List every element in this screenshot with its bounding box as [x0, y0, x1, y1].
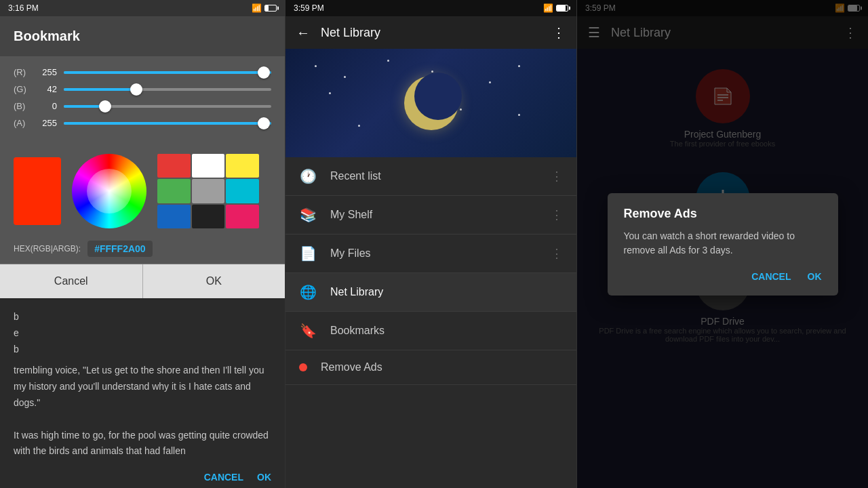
bookmark-dialog-buttons: Cancel OK: [0, 264, 285, 298]
color-wheel[interactable]: [72, 154, 146, 228]
battery-icon-2: [556, 5, 568, 12]
slider-g-value: 42: [33, 84, 57, 94]
bookmark-panel: 3:16 PM 📶 Bookmark (R) 255 (G) 42: [0, 0, 285, 488]
ads-dot-icon: [299, 363, 307, 371]
shelf-icon: 📚: [299, 207, 317, 223]
recent-icon: 🕐: [299, 168, 317, 184]
menu-item-recent[interactable]: 🕐 Recent list ⋮: [285, 157, 576, 196]
reading-paragraph-2: It was high time to go, for the pool was…: [14, 428, 271, 460]
moon-banner: [285, 49, 576, 157]
reading-area: beb trembling voice, "Let us get to the …: [0, 298, 285, 466]
status-bar-2: 3:59 PM 📶: [285, 0, 576, 16]
hex-row: HEX(RGB|ARGB): #FFFF2A00: [0, 237, 285, 264]
menu-item-bookmarks[interactable]: 🔖 Bookmarks: [285, 312, 576, 350]
dialog-cancel-button[interactable]: CANCEL: [751, 271, 791, 282]
sliders-area: (R) 255 (G) 42 (B) 0 (A: [0, 56, 285, 146]
dialog-ok-button[interactable]: OK: [808, 271, 822, 282]
moon-icon: [404, 76, 458, 130]
slider-r-track[interactable]: [64, 71, 271, 74]
slider-g-track[interactable]: [64, 88, 271, 91]
dialog-title: Remove Ads: [624, 207, 822, 221]
dialog-actions: CANCEL OK: [624, 271, 822, 282]
netlibrary-label: Net Library: [330, 286, 383, 298]
recent-more-icon: ⋮: [551, 169, 563, 184]
color-cell-blue[interactable]: [157, 205, 191, 228]
hex-value[interactable]: #FFFF2A00: [87, 241, 152, 257]
signal-icon-2: 📶: [543, 3, 553, 13]
slider-b-label: (B): [14, 101, 33, 111]
color-cell-red[interactable]: [157, 154, 191, 178]
status-icons-1: 📶: [252, 3, 277, 13]
shelf-label: My Shelf: [330, 209, 372, 221]
remove-ads-dialog: Remove Ads You can watch a short rewarde…: [608, 193, 838, 296]
dialog-body: You can watch a short rewarded video to …: [624, 229, 822, 258]
color-cell-cyan[interactable]: [226, 179, 259, 203]
color-cell-black[interactable]: [192, 205, 225, 228]
more-icon-panel2[interactable]: ⋮: [552, 24, 566, 41]
color-cell-white[interactable]: [192, 154, 225, 178]
slider-r-value: 255: [33, 67, 57, 77]
files-more-icon: ⋮: [551, 246, 563, 261]
color-grid: [157, 154, 259, 228]
netlibrary-icon: 🌐: [299, 284, 317, 300]
slider-a-track[interactable]: [64, 122, 271, 125]
bottom-cancel-button[interactable]: CANCEL: [204, 472, 243, 483]
slider-g-label: (G): [14, 84, 33, 94]
slider-g-row: (G) 42: [14, 84, 271, 94]
color-cell-yellow[interactable]: [226, 154, 259, 178]
net-library-menu-panel: 3:59 PM 📶 ← Net Library ⋮: [285, 0, 576, 488]
slider-b-value: 0: [33, 101, 57, 111]
menu-item-removeads[interactable]: Remove Ads: [285, 350, 576, 385]
files-icon: 📄: [299, 245, 317, 262]
ok-button[interactable]: OK: [143, 264, 285, 298]
signal-icon-1: 📶: [252, 3, 262, 13]
cancel-button[interactable]: Cancel: [0, 264, 143, 298]
recent-label: Recent list: [330, 170, 381, 182]
slider-r-label: (R): [14, 67, 33, 77]
color-preview-area: [0, 146, 285, 237]
bookmark-header: Bookmark: [0, 16, 285, 56]
slider-a-label: (A): [14, 118, 33, 128]
reading-paragraph-1: trembling voice, "Let us get to the shor…: [14, 363, 271, 411]
menu-list: 🕐 Recent list ⋮ 📚 My Shelf ⋮ 📄 My Files …: [285, 157, 576, 488]
slider-b-track[interactable]: [64, 105, 271, 108]
slider-a-value: 255: [33, 118, 57, 128]
color-swatch[interactable]: [14, 157, 61, 225]
bottom-ok-button[interactable]: OK: [257, 472, 271, 483]
slider-r-row: (R) 255: [14, 67, 271, 77]
slider-a-row: (A) 255: [14, 118, 271, 128]
slider-b-row: (B) 0: [14, 101, 271, 111]
panel2-title: Net Library: [321, 26, 541, 40]
status-icons-2: 📶: [543, 3, 568, 13]
bookmark-title: Bookmark: [14, 28, 80, 43]
dialog-overlay: Remove Ads You can watch a short rewarde…: [577, 0, 868, 488]
color-cell-pink[interactable]: [226, 205, 259, 228]
panel2-toolbar: ← Net Library ⋮: [285, 16, 576, 49]
bookmarks-label: Bookmarks: [330, 325, 384, 337]
battery-icon-1: [264, 5, 277, 12]
menu-item-files[interactable]: 📄 My Files ⋮: [285, 235, 576, 273]
back-icon[interactable]: ←: [296, 25, 310, 41]
removeads-label: Remove Ads: [321, 361, 382, 373]
reading-line-1: beb: [14, 309, 271, 357]
color-cell-gray[interactable]: [192, 179, 225, 203]
files-label: My Files: [330, 247, 371, 260]
menu-item-netlibrary[interactable]: 🌐 Net Library: [285, 273, 576, 312]
status-time-1: 3:16 PM: [8, 3, 39, 13]
bottom-dialog-buttons: CANCEL OK: [0, 466, 285, 488]
bookmarks-icon: 🔖: [299, 323, 317, 339]
reading-text: beb trembling voice, "Let us get to the …: [14, 309, 271, 460]
net-library-panel: 3:59 PM 📶 ☰ Net Library ⋮ Project Gutenb…: [576, 0, 868, 488]
color-cell-green[interactable]: [157, 179, 191, 203]
hex-label: HEX(RGB|ARGB):: [14, 244, 81, 253]
shelf-more-icon: ⋮: [551, 207, 563, 222]
status-time-2: 3:59 PM: [294, 3, 324, 13]
status-bar-1: 3:16 PM 📶: [0, 0, 285, 16]
menu-item-shelf[interactable]: 📚 My Shelf ⋮: [285, 196, 576, 235]
